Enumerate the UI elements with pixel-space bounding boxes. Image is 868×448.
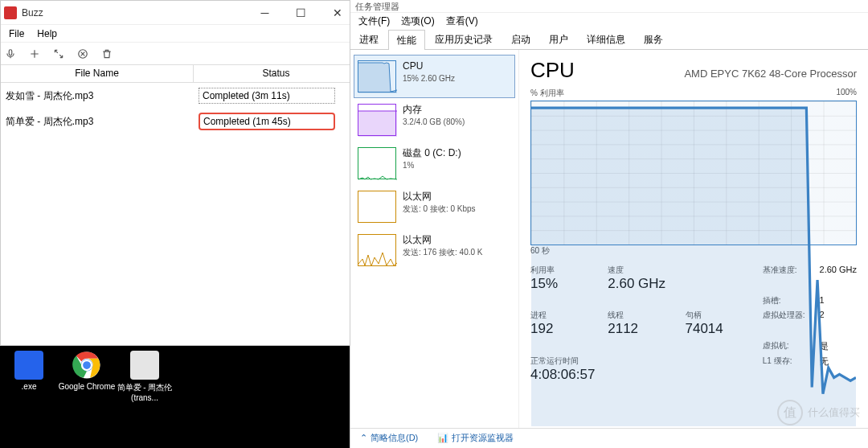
exe-icon — [14, 351, 43, 380]
tm-menu-options[interactable]: 选项(O) — [396, 14, 439, 29]
sidebar-item-cpu[interactable]: CPU15% 2.60 GHz — [354, 55, 515, 98]
sidebar-item-memory[interactable]: 内存3.2/4.0 GB (80%) — [354, 98, 515, 142]
cell-filename: 简单爱 - 周杰伦.mp3 — [1, 112, 194, 132]
tab-app-history[interactable]: 应用历史记录 — [426, 29, 502, 49]
tm-main: CPU AMD EPYC 7K62 48-Core Processor % 利用… — [519, 50, 868, 428]
buzz-toolbar — [1, 43, 358, 65]
table-row[interactable]: 发如雪 - 周杰伦.mp3 Completed (3m 11s) — [1, 83, 358, 109]
eth2-mini-chart — [358, 234, 396, 266]
resource-monitor-link[interactable]: 📊 打开资源监视器 — [437, 432, 514, 444]
cpu-chart — [530, 101, 857, 245]
tm-sidebar: CPU15% 2.60 GHz 内存3.2/4.0 GB (80%) 磁盘 0 … — [350, 50, 519, 428]
buzz-table-header: File Name Status — [1, 65, 358, 83]
tab-details[interactable]: 详细信息 — [578, 29, 634, 49]
fewer-details-link[interactable]: ⌃ 简略信息(D) — [360, 432, 418, 444]
disk-sub: 1% — [403, 160, 461, 171]
tab-startup[interactable]: 启动 — [502, 29, 539, 49]
desktop-shortcut-file[interactable]: 简单爱 - 周杰伦 (trans... — [116, 351, 174, 402]
buzz-title: Buzz — [22, 7, 247, 18]
mem-sub: 3.2/4.0 GB (80%) — [403, 117, 465, 127]
textfile-icon — [130, 351, 159, 380]
add-icon[interactable] — [28, 47, 41, 60]
buzz-window: Buzz ─ ☐ ✕ File Help File Name Status 发如… — [0, 0, 359, 346]
maximize-button[interactable]: ☐ — [283, 2, 319, 24]
chart-y-label: % 利用率 — [530, 88, 564, 99]
desktop-shortcut[interactable]: .exe — [0, 351, 58, 402]
cpu-sub: 15% 2.60 GHz — [403, 73, 455, 84]
chevron-up-icon: ⌃ — [360, 433, 367, 443]
cpu-heading: CPU — [530, 58, 575, 83]
disk-mini-chart — [358, 147, 396, 179]
tab-performance[interactable]: 性能 — [388, 30, 425, 50]
sidebar-item-ethernet-2[interactable]: 以太网发送: 176 接收: 40.0 K — [354, 228, 515, 272]
svg-rect-7 — [358, 111, 397, 137]
tm-menu-file[interactable]: 文件(F) — [354, 14, 395, 29]
tm-menubar: 文件(F) 选项(O) 查看(V) — [350, 13, 868, 29]
desktop-label: .exe — [0, 382, 58, 391]
memory-mini-chart — [358, 104, 396, 136]
sidebar-item-ethernet-1[interactable]: 以太网发送: 0 接收: 0 Kbps — [354, 185, 515, 228]
eth1-sub: 发送: 0 接收: 0 Kbps — [403, 203, 476, 214]
desktop-shortcut-chrome[interactable]: Google Chrome — [58, 351, 116, 402]
tm-footer: ⌃ 简略信息(D) 📊 打开资源监视器 — [350, 428, 868, 447]
buzz-menubar: File Help — [1, 25, 358, 43]
col-filename[interactable]: File Name — [1, 65, 194, 82]
menu-help[interactable]: Help — [31, 27, 63, 41]
menu-file[interactable]: File — [2, 27, 31, 41]
watermark-text: 什么值得买 — [808, 405, 860, 420]
watermark: 值 什么值得买 — [777, 400, 860, 425]
cancel-icon[interactable] — [76, 47, 89, 60]
cell-filename: 发如雪 - 周杰伦.mp3 — [1, 86, 194, 106]
chart-y-max: 100% — [836, 88, 857, 99]
svg-marker-6 — [358, 63, 397, 93]
chrome-icon — [72, 351, 101, 380]
status-text-highlight: Completed (1m 45s) — [199, 113, 335, 130]
svg-rect-0 — [9, 49, 12, 55]
processor-name: AMD EPYC 7K62 48-Core Processor — [684, 68, 857, 80]
desktop-label: 简单爱 - 周杰伦 (trans... — [116, 382, 174, 402]
task-manager-window: 任务管理器 文件(F) 选项(O) 查看(V) 进程 性能 应用历史记录 启动 … — [350, 0, 868, 448]
eth2-label: 以太网 — [403, 234, 483, 247]
tm-heading: CPU AMD EPYC 7K62 48-Core Processor — [530, 58, 857, 83]
cell-status: Completed (3m 11s) — [194, 84, 358, 107]
tab-processes[interactable]: 进程 — [350, 29, 387, 49]
cpu-mini-chart — [358, 60, 396, 92]
minimize-button[interactable]: ─ — [247, 2, 283, 24]
trash-icon[interactable] — [100, 47, 113, 60]
watermark-badge: 值 — [777, 400, 803, 425]
disk-label: 磁盘 0 (C: D:) — [403, 147, 461, 160]
cell-status: Completed (1m 45s) — [194, 109, 358, 134]
mic-icon[interactable] — [4, 47, 17, 60]
buzz-app-icon — [4, 6, 17, 19]
buzz-titlebar: Buzz ─ ☐ ✕ — [1, 1, 358, 25]
eth1-mini-chart — [358, 191, 396, 223]
desktop: .exe Google Chrome 简单爱 - 周杰伦 (trans... — [0, 346, 359, 448]
tm-menu-view[interactable]: 查看(V) — [441, 14, 483, 29]
tab-services[interactable]: 服务 — [635, 29, 672, 49]
tab-users[interactable]: 用户 — [540, 29, 577, 49]
status-text: Completed (3m 11s) — [199, 88, 335, 104]
cpu-label: CPU — [403, 60, 455, 73]
col-status[interactable]: Status — [194, 65, 358, 82]
monitor-icon: 📊 — [437, 433, 448, 443]
mem-label: 内存 — [403, 104, 465, 117]
tm-titlebar: 任务管理器 — [350, 0, 868, 13]
expand-icon[interactable] — [52, 47, 65, 60]
eth2-sub: 发送: 176 接收: 40.0 K — [403, 247, 483, 257]
tm-tabs: 进程 性能 应用历史记录 启动 用户 详细信息 服务 — [350, 29, 868, 50]
eth1-label: 以太网 — [403, 191, 476, 203]
sidebar-item-disk[interactable]: 磁盘 0 (C: D:)1% — [354, 142, 515, 185]
desktop-label: Google Chrome — [58, 382, 116, 391]
table-row[interactable]: 简单爱 - 周杰伦.mp3 Completed (1m 45s) — [1, 109, 358, 134]
